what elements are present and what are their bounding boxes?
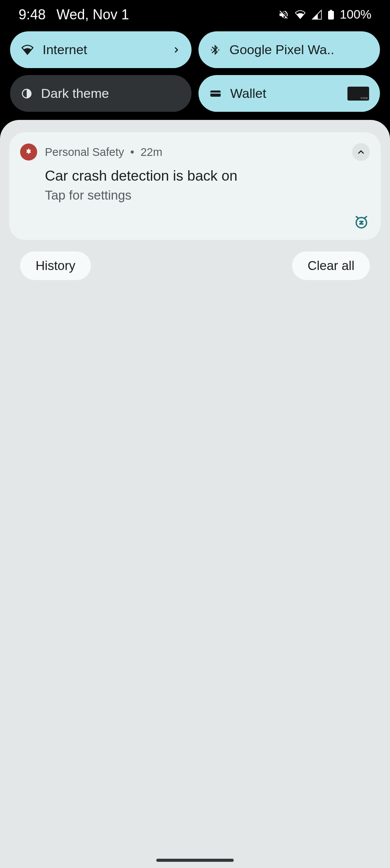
nav-handle[interactable] [156, 859, 234, 862]
clear-all-button[interactable]: Clear all [292, 251, 370, 280]
notification-subtitle: Tap for settings [45, 188, 370, 203]
qs-tile-internet[interactable]: Internet [10, 31, 192, 68]
chevron-right-icon [172, 42, 181, 57]
notification-header: Personal Safety • 22m [20, 143, 370, 161]
svg-line-4 [356, 217, 358, 218]
qs-tile-label: Wallet [230, 86, 339, 101]
battery-percent: 100% [340, 7, 371, 22]
qs-tile-dark-theme[interactable]: Dark theme [10, 75, 192, 112]
status-left: 9:48 Wed, Nov 1 [19, 7, 129, 23]
wifi-icon [294, 9, 306, 21]
notification-actions [20, 203, 370, 231]
status-bar: 9:48 Wed, Nov 1 100% [0, 0, 390, 29]
status-right: 100% [278, 7, 371, 22]
wifi-icon [21, 43, 34, 56]
qs-tile-label: Dark theme [41, 86, 181, 101]
battery-icon [328, 9, 334, 21]
svg-point-0 [211, 49, 212, 50]
notification-app-name: Personal Safety [45, 146, 124, 158]
notification-time: 22m [140, 146, 162, 158]
bluetooth-icon [209, 44, 221, 56]
personal-safety-icon [20, 144, 37, 161]
history-button[interactable]: History [20, 251, 91, 280]
status-date: Wed, Nov 1 [56, 7, 129, 23]
status-time: 9:48 [19, 7, 46, 23]
notification-body: Car crash detection is back on Tap for s… [20, 161, 370, 203]
collapse-button[interactable] [352, 143, 370, 161]
wallet-card-thumbnail [347, 87, 369, 101]
qs-tile-bluetooth[interactable]: Google Pixel Wa.. [198, 31, 380, 68]
notification-app-meta: Personal Safety • 22m [45, 146, 162, 159]
notification-panel: Personal Safety • 22m Car crash detectio… [0, 120, 390, 868]
quick-settings: Internet Google Pixel Wa.. Dark theme Wa… [0, 31, 390, 112]
qs-tile-wallet[interactable]: Wallet [198, 75, 380, 112]
notification-title: Car crash detection is back on [45, 168, 370, 184]
svg-point-1 [218, 49, 219, 50]
notification-card[interactable]: Personal Safety • 22m Car crash detectio… [9, 132, 381, 240]
mute-icon [278, 9, 289, 20]
panel-buttons: History Clear all [9, 251, 381, 280]
snooze-button[interactable] [353, 214, 370, 231]
qs-tile-label: Google Pixel Wa.. [229, 42, 369, 57]
dark-theme-icon [21, 88, 32, 99]
wallet-icon [209, 87, 222, 100]
signal-icon [311, 9, 322, 20]
svg-line-5 [365, 217, 367, 218]
qs-tile-label: Internet [43, 42, 164, 57]
